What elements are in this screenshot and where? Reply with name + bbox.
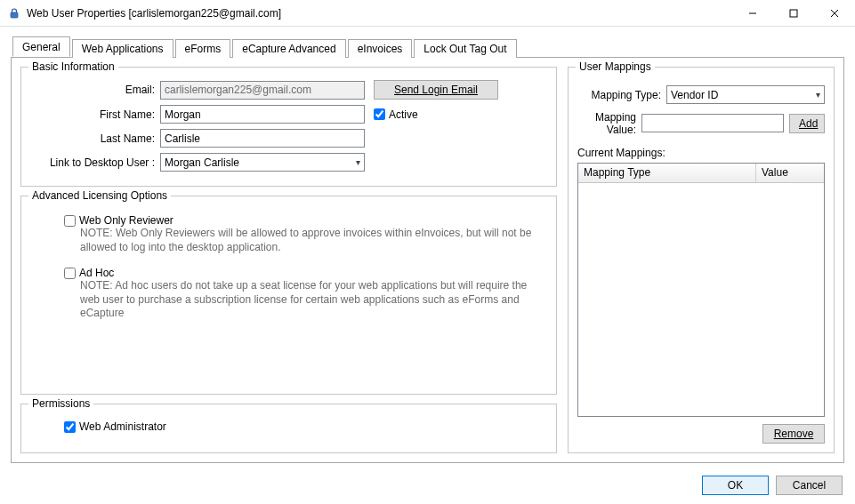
web-only-reviewer-note: NOTE: Web Only Reviewers will be allowed… — [80, 227, 542, 254]
last-name-label: Last Name: — [30, 132, 160, 145]
mapping-type-label: Mapping Type: — [577, 89, 666, 101]
group-user-mappings: User Mappings Mapping Type: Vendor ID ▾ … — [568, 67, 835, 453]
adhoc-note: NOTE: Ad hoc users do not take up a seat… — [80, 279, 542, 321]
mapping-value-label: Mapping Value: — [577, 111, 641, 136]
legend-advanced-licensing: Advanced Licensing Options — [28, 189, 171, 202]
tab-ecapture-advanced[interactable]: eCapture Advanced — [232, 39, 345, 58]
left-column: Basic Information Email: Send Login Emai… — [20, 67, 557, 453]
link-desktop-user-label: Link to Desktop User : — [30, 156, 160, 169]
add-mapping-label: Add — [799, 117, 818, 130]
table-body — [578, 183, 824, 416]
mapping-value-field[interactable] — [641, 114, 784, 132]
web-administrator-input[interactable] — [64, 421, 76, 433]
window-title: Web User Properties [carlislemorgan225@g… — [27, 7, 281, 20]
active-checkbox[interactable]: Active — [374, 108, 504, 121]
tab-panel-general: Basic Information Email: Send Login Emai… — [11, 57, 844, 463]
add-mapping-button[interactable]: Add — [789, 114, 825, 133]
right-column: User Mappings Mapping Type: Vendor ID ▾ … — [568, 67, 835, 453]
adhoc-label: Ad Hoc — [79, 267, 114, 279]
adhoc-input[interactable] — [64, 268, 76, 279]
mapping-type-select[interactable]: Vendor ID ▾ — [666, 85, 825, 104]
close-button[interactable] — [814, 0, 855, 26]
col-mapping-type[interactable]: Mapping Type — [578, 164, 756, 182]
current-mappings-label: Current Mappings: — [577, 147, 825, 159]
legend-permissions: Permissions — [28, 397, 93, 410]
minimize-button[interactable] — [732, 0, 773, 26]
active-checkbox-input[interactable] — [374, 108, 385, 120]
legend-basic-information: Basic Information — [28, 60, 118, 73]
current-mappings-table[interactable]: Mapping Type Value — [577, 163, 825, 417]
tab-strip: General Web Applications eForms eCapture… — [11, 37, 844, 57]
client-area: General Web Applications eForms eCapture… — [0, 27, 855, 504]
table-header: Mapping Type Value — [578, 164, 824, 183]
web-only-reviewer-input[interactable] — [64, 215, 76, 227]
svg-rect-2 — [790, 10, 797, 17]
email-field — [160, 81, 365, 100]
first-name-label: First Name: — [30, 108, 160, 121]
svg-rect-0 — [11, 12, 18, 18]
link-desktop-user-value: Morgan Carlisle — [165, 156, 239, 169]
web-administrator-checkbox[interactable]: Web Administrator — [64, 420, 542, 433]
col-value[interactable]: Value — [756, 164, 824, 182]
dialog-buttons: OK Cancel — [702, 476, 843, 495]
remove-mapping-label: Remove — [774, 428, 814, 440]
group-basic-information: Basic Information Email: Send Login Emai… — [20, 67, 557, 187]
window-controls — [732, 0, 855, 26]
maximize-button[interactable] — [773, 0, 814, 26]
tab-web-applications[interactable]: Web Applications — [72, 39, 173, 58]
tab-eforms[interactable]: eForms — [175, 39, 231, 58]
mapping-type-value: Vendor ID — [671, 89, 718, 101]
web-only-reviewer-checkbox[interactable]: Web Only Reviewer — [64, 214, 542, 227]
tab-lockout-tagout[interactable]: Lock Out Tag Out — [414, 39, 516, 58]
legend-user-mappings: User Mappings — [576, 60, 655, 73]
remove-mapping-button[interactable]: Remove — [762, 424, 825, 444]
last-name-field[interactable] — [160, 129, 365, 148]
web-only-reviewer-label: Web Only Reviewer — [79, 214, 173, 227]
send-login-email-button[interactable]: Send Login Email — [374, 80, 498, 100]
tab-general[interactable]: General — [12, 36, 70, 57]
lock-icon — [7, 6, 21, 20]
title-bar: Web User Properties [carlislemorgan225@g… — [0, 0, 855, 27]
email-label: Email: — [30, 84, 160, 96]
first-name-field[interactable] — [160, 105, 365, 124]
ok-button[interactable]: OK — [702, 476, 769, 495]
link-desktop-user-select[interactable]: Morgan Carlisle ▾ — [160, 153, 365, 172]
group-permissions: Permissions Web Administrator — [20, 404, 557, 453]
chevron-down-icon: ▾ — [356, 157, 360, 167]
send-login-email-label: Send Login Email — [394, 84, 478, 96]
chevron-down-icon: ▾ — [816, 90, 820, 100]
tab-einvoices[interactable]: eInvoices — [348, 39, 413, 58]
web-administrator-label: Web Administrator — [79, 420, 166, 433]
cancel-button[interactable]: Cancel — [776, 476, 843, 495]
active-label: Active — [389, 108, 418, 121]
group-advanced-licensing: Advanced Licensing Options Web Only Revi… — [20, 196, 557, 395]
adhoc-checkbox[interactable]: Ad Hoc — [64, 267, 542, 279]
